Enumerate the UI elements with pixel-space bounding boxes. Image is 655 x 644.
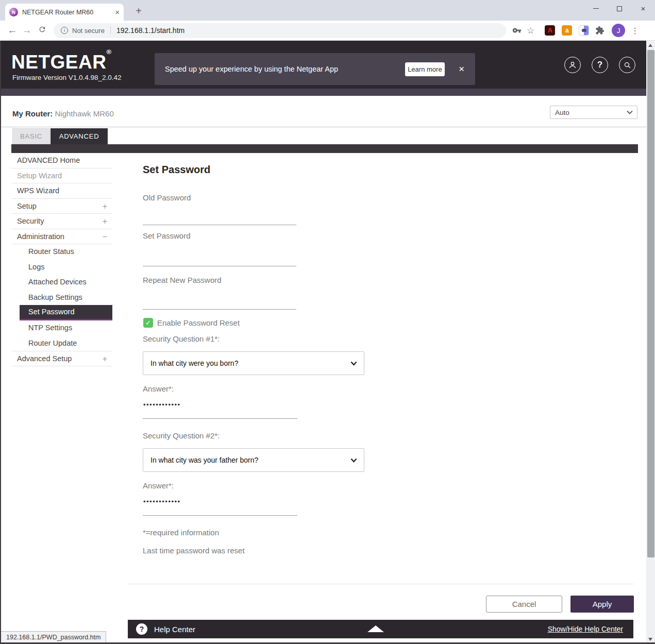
- address-bar[interactable]: i Not secure 192.168.1.1/start.htm: [54, 23, 506, 38]
- sidebar-item-set-password[interactable]: Set Password: [20, 305, 112, 320]
- apply-button[interactable]: Apply: [570, 596, 634, 613]
- sidebar-nav: ADVANCED Home Setup Wizard WPS Wizard Se…: [11, 153, 112, 366]
- help-center-bar: ? Help Center Show/Hide Help Center: [128, 620, 633, 638]
- my-router-label: My Router:: [12, 109, 53, 118]
- sidebar-item-advanced-home[interactable]: ADVANCED Home: [11, 153, 112, 168]
- minimize-icon: [593, 8, 599, 9]
- tab-basic[interactable]: BASIC: [12, 128, 50, 144]
- maximize-icon: [617, 6, 622, 11]
- chevron-down-icon: [627, 110, 633, 114]
- answer-1-input[interactable]: [143, 418, 297, 419]
- security-question-2-select[interactable]: In what city was your father born?: [143, 448, 364, 472]
- firmware-version: Firmware Version V1.0.4.98_2.0.42: [12, 74, 122, 81]
- chevron-down-icon: [350, 458, 357, 463]
- expand-plus-icon[interactable]: +: [103, 351, 107, 367]
- header-sub-strip: [1, 89, 655, 96]
- page-info-icon[interactable]: i: [61, 27, 68, 34]
- extension-glyph: [582, 29, 586, 32]
- reload-button[interactable]: [35, 25, 49, 36]
- security-question-2-label: Security Question #2*:: [143, 431, 220, 440]
- question-icon: ?: [597, 60, 602, 70]
- password-key-icon[interactable]: [512, 26, 522, 35]
- search-icon: [623, 61, 632, 70]
- back-button[interactable]: ←: [5, 25, 20, 36]
- app-promo-banner: Speed up your experience by using the Ne…: [155, 53, 475, 85]
- learn-more-button[interactable]: Learn more: [405, 62, 445, 76]
- url-text[interactable]: 192.168.1.1/start.htm: [116, 26, 184, 35]
- browser-tab[interactable]: N NETGEAR Router MR60 ×: [5, 4, 124, 21]
- answer-2-label: Answer*:: [143, 481, 174, 490]
- shopping-extension-icon[interactable]: a: [562, 25, 572, 36]
- content-top-bar: [11, 144, 638, 153]
- registered-mark: ®: [106, 48, 111, 56]
- account-button[interactable]: [564, 57, 581, 73]
- sidebar-item-administration[interactable]: Administration−: [11, 229, 112, 245]
- tab-advanced[interactable]: ADVANCED: [51, 128, 108, 144]
- bookmark-star-icon[interactable]: ☆: [527, 25, 534, 36]
- scrollbar-up-arrow-icon[interactable]: [648, 44, 652, 47]
- sidebar-item-advanced-setup[interactable]: Advanced Setup+: [11, 351, 112, 366]
- enable-password-reset-checkbox[interactable]: ✓: [143, 318, 153, 328]
- tab-close-icon[interactable]: ×: [115, 8, 120, 16]
- answer-2-input[interactable]: [143, 515, 297, 516]
- window-maximize-button[interactable]: [608, 0, 631, 17]
- answer-2-value: ••••••••••••: [143, 498, 181, 505]
- sidebar-item-router-update[interactable]: Router Update: [11, 336, 112, 351]
- new-tab-button[interactable]: +: [131, 4, 146, 19]
- expand-plus-icon[interactable]: +: [103, 199, 107, 214]
- netgear-favicon-icon: N: [9, 8, 18, 16]
- security-label[interactable]: Not secure: [72, 27, 105, 35]
- person-icon: [568, 60, 577, 70]
- banner-close-icon[interactable]: ×: [459, 63, 464, 75]
- sidebar-item-attached-devices[interactable]: Attached Devices: [11, 275, 112, 290]
- window-controls: ×: [584, 0, 655, 17]
- sidebar-item-router-status[interactable]: Router Status: [11, 244, 112, 260]
- check-icon: ✓: [145, 319, 151, 327]
- sidebar-item-setup[interactable]: Setup+: [11, 199, 112, 214]
- sidebar-item-setup-wizard[interactable]: Setup Wizard: [11, 168, 112, 184]
- repeat-password-label: Repeat New Password: [143, 276, 222, 284]
- chevron-down-icon: [350, 361, 357, 366]
- repeat-password-input[interactable]: [143, 309, 296, 310]
- profile-avatar[interactable]: J: [612, 24, 625, 37]
- sidebar-item-wps-wizard[interactable]: WPS Wizard: [11, 183, 112, 199]
- scrollbar-down-arrow-icon[interactable]: [648, 638, 652, 641]
- answer-1-value: ••••••••••••: [143, 401, 181, 409]
- sidebar-item-logs[interactable]: Logs: [11, 260, 112, 275]
- cancel-button[interactable]: Cancel: [486, 596, 562, 613]
- extension-icon[interactable]: [579, 25, 589, 36]
- banner-text: Speed up your experience by using the Ne…: [165, 65, 338, 73]
- old-password-input[interactable]: [143, 225, 296, 225]
- page-scrollbar[interactable]: [646, 41, 655, 644]
- browser-tab-strip: N NETGEAR Router MR60 × + ×: [0, 0, 655, 21]
- omnibox-divider: [110, 26, 111, 35]
- sidebar-item-backup-settings[interactable]: Backup Settings: [11, 290, 112, 306]
- search-button[interactable]: [619, 57, 635, 73]
- mode-select[interactable]: Auto: [550, 106, 637, 119]
- extensions-puzzle-icon[interactable]: [595, 26, 604, 35]
- window-close-button[interactable]: ×: [631, 0, 655, 17]
- help-button[interactable]: ?: [592, 57, 608, 73]
- router-info-row: My Router: Nighthawk MR60 Auto: [1, 96, 655, 127]
- adobe-extension-icon[interactable]: A: [545, 25, 555, 36]
- scrollbar-thumb[interactable]: [647, 50, 654, 557]
- site-header: NETGEAR® Firmware Version V1.0.4.98_2.0.…: [1, 41, 655, 89]
- tab-title: NETGEAR Router MR60: [22, 9, 112, 16]
- sidebar-item-ntp-settings[interactable]: NTP Settings: [11, 320, 112, 336]
- help-question-icon: ?: [136, 623, 147, 635]
- expand-plus-icon[interactable]: +: [103, 214, 107, 229]
- help-expand-arrow-icon[interactable]: [367, 625, 384, 632]
- status-link-preview: 192.168.1.1/PWD_password.htm: [1, 631, 106, 642]
- security-question-1-label: Security Question #1*:: [143, 334, 220, 343]
- page-content: NETGEAR® Firmware Version V1.0.4.98_2.0.…: [0, 41, 655, 644]
- collapse-minus-icon[interactable]: −: [103, 229, 107, 245]
- browser-menu-icon[interactable]: ⋮: [631, 26, 639, 36]
- netgear-logo: NETGEAR®: [11, 48, 112, 73]
- show-hide-help-link[interactable]: Show/Hide Help Center: [548, 625, 623, 633]
- window-minimize-button[interactable]: [584, 0, 608, 17]
- set-password-panel: Set Password Old Password Set Password R…: [112, 153, 647, 644]
- set-password-input[interactable]: [143, 266, 296, 266]
- security-question-1-select[interactable]: In what city were you born?: [143, 351, 364, 375]
- sidebar-item-security[interactable]: Security+: [11, 214, 112, 229]
- forward-button[interactable]: →: [20, 25, 34, 36]
